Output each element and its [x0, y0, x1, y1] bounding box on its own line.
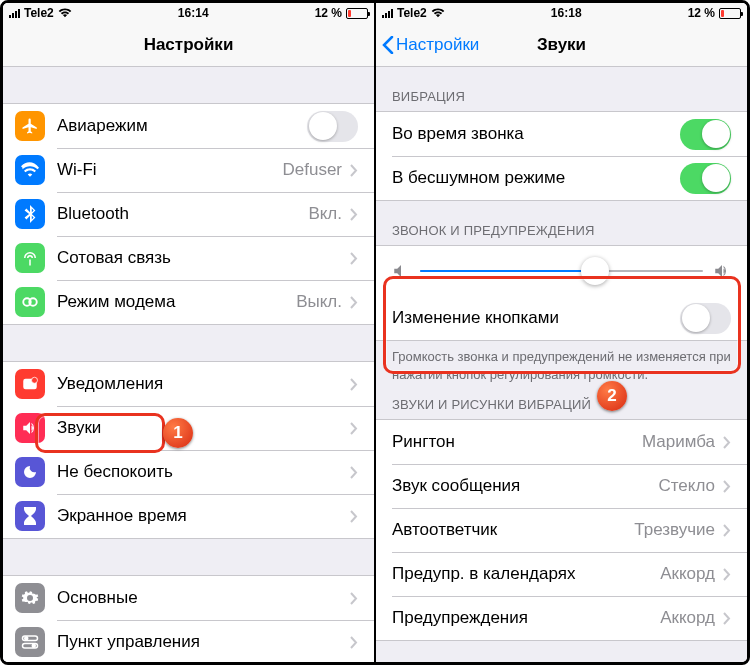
- row-notifications[interactable]: Уведомления: [3, 362, 374, 406]
- back-button[interactable]: Настройки: [382, 35, 479, 55]
- row-label: Предупр. в календарях: [392, 564, 654, 584]
- battery-pct: 12 %: [315, 6, 342, 20]
- row-screentime[interactable]: Экранное время: [3, 494, 374, 538]
- group-header-ringer: ЗВОНОК И ПРЕДУПРЕЖДЕНИЯ: [376, 201, 747, 245]
- volume-high-icon: [713, 262, 731, 280]
- chevron-right-icon: [350, 636, 358, 649]
- status-bar: Tele2 16:18 12 %: [376, 3, 747, 23]
- section-connectivity: Авиарежим Wi-Fi Defuser Bluetooth Вкл.: [3, 103, 374, 325]
- chevron-right-icon: [350, 164, 358, 177]
- chevron-right-icon: [350, 422, 358, 435]
- row-detail: Стекло: [658, 476, 715, 496]
- page-title: Звуки: [537, 35, 586, 55]
- row-calendar-alerts[interactable]: Предупр. в календарях Аккорд: [376, 552, 747, 596]
- battery-icon: [346, 8, 368, 19]
- chevron-right-icon: [723, 568, 731, 581]
- volume-slider[interactable]: [420, 270, 703, 272]
- row-label: Не беспокоить: [57, 462, 342, 482]
- vibrate-ring-toggle[interactable]: [680, 119, 731, 150]
- row-label: Экранное время: [57, 506, 342, 526]
- section-alerts: Уведомления Звуки Не беспокоить: [3, 361, 374, 539]
- row-voicemail[interactable]: Автоответчик Трезвучие: [376, 508, 747, 552]
- notifications-icon: [15, 369, 45, 399]
- row-text-tone[interactable]: Звук сообщения Стекло: [376, 464, 747, 508]
- section-ringer: Изменение кнопками: [376, 245, 747, 341]
- row-vibrate-ring[interactable]: Во время звонка: [376, 112, 747, 156]
- row-ringtone[interactable]: Рингтон Маримба: [376, 420, 747, 464]
- row-label: Предупреждения: [392, 608, 654, 628]
- row-cellular[interactable]: Сотовая связь: [3, 236, 374, 280]
- row-label: Bluetooth: [57, 204, 302, 224]
- chevron-right-icon: [723, 436, 731, 449]
- status-bar: Tele2 16:14 12 %: [3, 3, 374, 23]
- section-sounds: Рингтон Маримба Звук сообщения Стекло Ав…: [376, 419, 747, 641]
- signal-icon: [382, 8, 393, 18]
- row-label: Звуки: [57, 418, 342, 438]
- section-general: Основные Пункт управления: [3, 575, 374, 662]
- row-bluetooth[interactable]: Bluetooth Вкл.: [3, 192, 374, 236]
- row-label: Звук сообщения: [392, 476, 652, 496]
- settings-screen: Tele2 16:14 12 % Настройки Авиарежим: [3, 3, 375, 662]
- switches-icon: [15, 627, 45, 657]
- antenna-icon: [15, 243, 45, 273]
- row-dnd[interactable]: Не беспокоить: [3, 450, 374, 494]
- chevron-right-icon: [350, 510, 358, 523]
- chevron-right-icon: [350, 296, 358, 309]
- row-reminder-alerts[interactable]: Предупреждения Аккорд: [376, 596, 747, 640]
- nav-bar: Настройки: [3, 23, 374, 67]
- row-detail: Маримба: [642, 432, 715, 452]
- nav-bar: Настройки Звуки: [376, 23, 747, 67]
- row-label: Пункт управления: [57, 632, 342, 652]
- carrier-label: Tele2: [24, 6, 54, 20]
- battery-icon: [719, 8, 741, 19]
- group-header-sounds: ЗВУКИ И РИСУНКИ ВИБРАЦИЙ: [376, 383, 747, 419]
- row-detail: Defuser: [282, 160, 342, 180]
- hourglass-icon: [15, 501, 45, 531]
- chevron-right-icon: [350, 592, 358, 605]
- row-controlcenter[interactable]: Пункт управления: [3, 620, 374, 662]
- group-header-vibration: ВИБРАЦИЯ: [376, 67, 747, 111]
- page-title: Настройки: [144, 35, 234, 55]
- chevron-right-icon: [350, 466, 358, 479]
- change-buttons-toggle[interactable]: [680, 303, 731, 334]
- row-detail: Аккорд: [660, 608, 715, 628]
- row-label: Рингтон: [392, 432, 636, 452]
- row-detail: Аккорд: [660, 564, 715, 584]
- row-label: Сотовая связь: [57, 248, 342, 268]
- carrier-label: Tele2: [397, 6, 427, 20]
- row-change-buttons[interactable]: Изменение кнопками: [376, 296, 747, 340]
- sounds-screen: Tele2 16:18 12 % Настройки Звуки ВИБРАЦИ…: [375, 3, 747, 662]
- svg-point-5: [25, 637, 28, 640]
- sound-icon: [15, 413, 45, 443]
- row-general[interactable]: Основные: [3, 576, 374, 620]
- row-label: Изменение кнопками: [392, 308, 680, 328]
- battery-pct: 12 %: [688, 6, 715, 20]
- ringer-footer: Громкость звонка и предупреждений не изм…: [376, 341, 747, 383]
- row-label: Во время звонка: [392, 124, 680, 144]
- row-airplane[interactable]: Авиарежим: [3, 104, 374, 148]
- section-vibration: Во время звонка В бесшумном режиме: [376, 111, 747, 201]
- wifi-icon: [431, 8, 445, 18]
- gear-icon: [15, 583, 45, 613]
- svg-point-7: [32, 644, 35, 647]
- chevron-right-icon: [723, 612, 731, 625]
- volume-slider-row[interactable]: [376, 246, 747, 296]
- volume-low-icon: [392, 262, 410, 280]
- back-label: Настройки: [396, 35, 479, 55]
- chevron-left-icon: [382, 36, 394, 54]
- row-label: Режим модема: [57, 292, 290, 312]
- row-label: Авиарежим: [57, 116, 307, 136]
- chevron-right-icon: [350, 378, 358, 391]
- chevron-right-icon: [723, 480, 731, 493]
- row-wifi[interactable]: Wi-Fi Defuser: [3, 148, 374, 192]
- hotspot-icon: [15, 287, 45, 317]
- row-hotspot[interactable]: Режим модема Выкл.: [3, 280, 374, 324]
- row-vibrate-silent[interactable]: В бесшумном режиме: [376, 156, 747, 200]
- row-sounds[interactable]: Звуки: [3, 406, 374, 450]
- row-label: Основные: [57, 588, 342, 608]
- bluetooth-icon: [15, 199, 45, 229]
- svg-point-3: [32, 377, 38, 383]
- airplane-toggle[interactable]: [307, 111, 358, 142]
- wifi-icon: [15, 155, 45, 185]
- vibrate-silent-toggle[interactable]: [680, 163, 731, 194]
